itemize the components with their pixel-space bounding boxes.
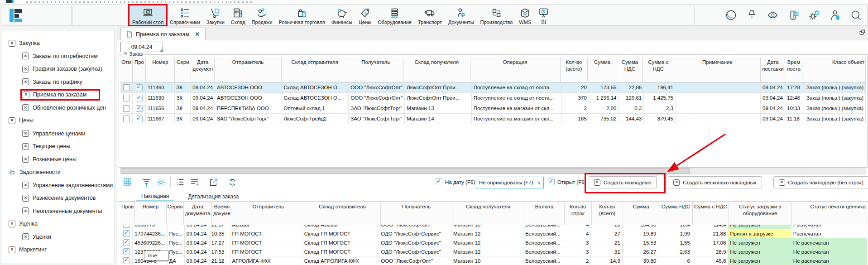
- ribbon-item-equipment[interactable]: Оборудование: [374, 5, 415, 25]
- pie-button[interactable]: [724, 9, 738, 22]
- sidebar-item-7[interactable]: Управление ценами: [2, 127, 115, 140]
- column-header[interactable]: Операция: [470, 58, 560, 82]
- status-filter-dropdown[interactable]: Не оприходованы (F7) ∨: [476, 177, 544, 188]
- sidebar-item-11[interactable]: Управление задолженностями: [2, 179, 115, 192]
- table-row[interactable]: 000077309.04.2422:37AzizabiСклад Azizabi…: [120, 225, 867, 229]
- orders-group-label[interactable]: ⊖ Заказ: [121, 51, 144, 57]
- eye-button[interactable]: [766, 9, 779, 22]
- bottom-tab-1[interactable]: Детализация заказа: [182, 192, 244, 201]
- filter-toolbutton[interactable]: [141, 177, 152, 188]
- ribbon-item-warehouse[interactable]: Склад: [228, 5, 249, 25]
- column-header[interactable]: Про: [133, 58, 146, 82]
- row-checkbox-cell[interactable]: [120, 238, 133, 247]
- row-checkbox-cell[interactable]: [133, 82, 146, 93]
- window-restore-icon[interactable]: [859, 29, 866, 36]
- sidebar-item-2[interactable]: Графики заказов (закупка): [2, 63, 115, 76]
- row-checkbox-cell[interactable]: [120, 247, 133, 256]
- column-header[interactable]: Получатель: [348, 58, 403, 82]
- ribbon-item-documents[interactable]: Документы: [445, 5, 477, 25]
- scrollbar-thumb[interactable]: [121, 168, 690, 174]
- open-filter[interactable]: Открыт (F6): [548, 178, 586, 185]
- column-header[interactable]: Сумма НДС: [659, 202, 692, 225]
- column-header[interactable]: Сумма: [623, 202, 659, 225]
- column-header[interactable]: Номер: [135, 202, 167, 225]
- column-header[interactable]: Время докуме: [211, 202, 232, 225]
- table-row[interactable]: 170744236...Пус...09.04.2410:35ГП МОГОСТ…: [120, 229, 867, 238]
- ribbon-item-sales[interactable]: Продажи: [249, 5, 276, 25]
- sidebar-item-5[interactable]: Обновление розничных цен: [2, 101, 115, 115]
- column-header[interactable]: Врем поста: [785, 58, 802, 82]
- table-row[interactable]: 160454-6ДА09.04.2421:12АГРОЛИГА КФХСклад…: [120, 256, 867, 265]
- column-header[interactable]: Статус загрузки в оборудование: [729, 202, 791, 225]
- sidebar-item-6[interactable]: Цены: [2, 114, 115, 127]
- ribbon-item-finance[interactable]: Финансы: [328, 5, 355, 25]
- row-checkbox-cell[interactable]: [120, 256, 133, 265]
- ribbon-item-purchases[interactable]: Закупки: [203, 5, 228, 25]
- column-header[interactable]: Дата докумен: [191, 58, 215, 82]
- sidebar-item-8[interactable]: Текущие цены: [2, 140, 115, 153]
- sidebar-item-3[interactable]: Заказы по графику: [2, 76, 115, 89]
- settings-button[interactable]: [808, 9, 821, 22]
- sidebar-item-16[interactable]: Маркетинг: [2, 243, 115, 256]
- table-row[interactable]: 111630ЗК09.04.24АВТОСЕЗОН ОООСклад АВТОС…: [120, 93, 866, 103]
- column-header[interactable]: Сери: [175, 58, 191, 82]
- column-header[interactable]: Пров: [120, 202, 135, 225]
- create-invoice-button-1[interactable]: Создать несколько накладных: [668, 176, 762, 188]
- column-header[interactable]: Склад получателя: [403, 58, 470, 82]
- row-checkbox-cell[interactable]: [133, 93, 146, 103]
- sidebar-item-0[interactable]: Закупка: [2, 37, 115, 50]
- grid-toolbutton[interactable]: [122, 177, 133, 188]
- row-checkbox-cell[interactable]: [120, 114, 133, 124]
- column-header[interactable]: Примечание: [674, 58, 761, 82]
- column-header[interactable]: Склад отправителя: [281, 58, 348, 82]
- bottom-tab-0[interactable]: Накладная: [136, 192, 174, 201]
- column-header[interactable]: Сумма с НДС: [643, 58, 674, 82]
- column-header[interactable]: Дата поставки: [761, 58, 785, 82]
- column-header[interactable]: Статус печати ценника: [791, 202, 867, 225]
- column-header[interactable]: Номер: [146, 58, 175, 82]
- table-row[interactable]: 111656ЗК09.04.24ПЕРСПЕКТИВА ООООптовый с…: [120, 103, 866, 114]
- pin-button[interactable]: [745, 9, 758, 22]
- horizontal-scrollbar[interactable]: [120, 168, 866, 174]
- column-header[interactable]: Сумма с НДС: [693, 202, 729, 225]
- create-invoice-button-0[interactable]: Создать накладную: [589, 176, 657, 188]
- sidebar-item-4[interactable]: Приемка по заказам: [2, 88, 115, 101]
- column-header[interactable]: Серия: [166, 202, 184, 225]
- row-checkbox-cell[interactable]: [120, 82, 133, 93]
- close-icon[interactable]: ✕: [195, 31, 200, 38]
- numlist-toolbutton[interactable]: [175, 177, 185, 188]
- table-row[interactable]: 111460ЗК09.04.24АВТОСЕЗОН ОООСклад АВТОС…: [120, 82, 866, 93]
- on-date-filter[interactable]: На дату (F6): [436, 178, 475, 185]
- search-button[interactable]: [849, 9, 863, 22]
- table-row[interactable]: 111667ЗК09.04.24ЗАО "ЛюксСофтТорг"ЛюксСо…: [120, 114, 866, 124]
- column-header[interactable]: Кол-во (всего): [560, 58, 587, 82]
- column-header[interactable]: Валюта: [524, 202, 564, 225]
- ribbon-item-bi[interactable]: BI: [534, 5, 553, 25]
- sidebar-item-14[interactable]: Уценка: [2, 217, 115, 231]
- gear-toolbutton[interactable]: [156, 177, 166, 188]
- row-checkbox-cell[interactable]: [120, 93, 133, 103]
- sidebar-item-1[interactable]: Заказы по потребностям: [2, 50, 115, 63]
- row-checkbox-cell[interactable]: [133, 114, 146, 124]
- row-checkbox-cell[interactable]: [120, 225, 133, 229]
- ribbon-item-prices[interactable]: $ Цены: [355, 5, 374, 25]
- sidebar-item-10[interactable]: Задолженности: [2, 166, 115, 179]
- refresh-toolbutton[interactable]: [227, 177, 238, 188]
- column-header[interactable]: Класс объект: [802, 58, 866, 82]
- column-header[interactable]: Склад получателя: [452, 202, 524, 225]
- row-checkbox-cell[interactable]: [120, 103, 133, 114]
- table-row[interactable]: 123793615...Пус...09.04.2417:53ГП МОГОСТ…: [120, 247, 867, 256]
- sidebar-item-15[interactable]: Уценки: [2, 231, 115, 244]
- collapse-icon[interactable]: ⊖: [123, 51, 127, 57]
- table-row[interactable]: 453609226...Пус...09.04.2417:27ГП МОГОСТ…: [120, 238, 867, 247]
- create-invoice-button-2[interactable]: Создать накладную (без строк): [773, 176, 868, 188]
- column-header[interactable]: Отм: [120, 58, 133, 82]
- user-lock-button[interactable]: [829, 9, 842, 22]
- ribbon-item-desktop[interactable]: Рабочий стол: [129, 5, 167, 25]
- ribbon-item-wms[interactable]: WMS: [516, 5, 534, 25]
- column-header[interactable]: Склад отправителя: [304, 202, 381, 225]
- export-toolbutton[interactable]: [208, 177, 219, 188]
- ribbon-item-production[interactable]: Производство: [477, 5, 516, 25]
- chat-button[interactable]: [787, 9, 800, 22]
- sidebar-item-12[interactable]: Разнесение документов: [2, 192, 115, 205]
